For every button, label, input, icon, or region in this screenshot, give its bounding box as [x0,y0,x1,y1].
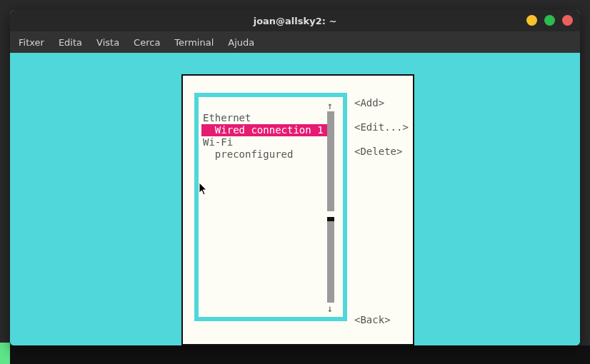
add-button[interactable]: <Add> [354,97,409,109]
scrollbar[interactable] [327,111,334,303]
terminal-window: joan@allsky2: ~ Fitxer Edita Vista Cerca… [10,10,580,345]
delete-button[interactable]: <Delete> [354,146,409,158]
menu-terminal[interactable]: Terminal [174,37,214,48]
terminal-area[interactable]: Ethernet Wired connection 1Wi-Fi preconf… [10,53,580,345]
nmtui-dialog: Ethernet Wired connection 1Wi-Fi preconf… [181,74,414,345]
connection-list[interactable]: Ethernet Wired connection 1Wi-Fi preconf… [201,100,327,314]
scrollbar-thumb[interactable] [327,217,334,221]
maximize-button[interactable] [544,15,555,26]
list-item-preconfigured[interactable]: preconfigured [201,148,327,161]
window-controls [526,15,573,26]
menu-fitxer[interactable]: Fitxer [19,37,44,48]
list-group-wifi: Wi-Fi [201,136,327,148]
connection-list-frame: Ethernet Wired connection 1Wi-Fi preconf… [194,93,347,321]
menu-ajuda[interactable]: Ajuda [228,37,254,48]
menu-edita[interactable]: Edita [59,37,82,48]
list-item-wired[interactable]: Wired connection 1 [201,124,327,136]
edit-button[interactable]: <Edit...> [354,121,409,133]
scroll-up-icon[interactable]: ↑ [327,100,333,111]
close-button[interactable] [562,15,573,26]
back-button[interactable]: <Back> [354,314,391,325]
menubar: Fitxer Edita Vista Cerca Terminal Ajuda [10,31,580,53]
scroll-down-icon[interactable]: ↓ [327,303,333,314]
action-buttons: <Add> <Edit...> <Delete> [354,97,409,170]
window-title: joan@allsky2: ~ [254,16,337,26]
titlebar: joan@allsky2: ~ [10,10,580,31]
menu-cerca[interactable]: Cerca [134,37,160,48]
list-group-ethernet: Ethernet [201,112,327,124]
minimize-button[interactable] [526,15,537,26]
menu-vista[interactable]: Vista [96,37,119,48]
